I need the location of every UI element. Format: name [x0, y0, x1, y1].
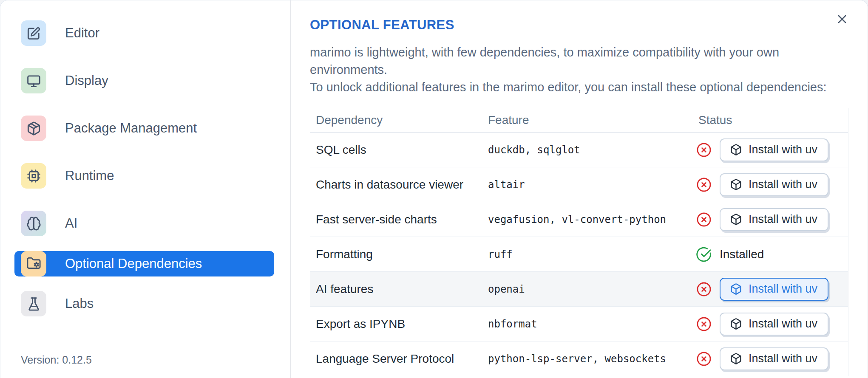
status-cell: Installed [692, 246, 848, 262]
sidebar-item-runtime[interactable]: Runtime [21, 163, 290, 189]
install-with-uv-button[interactable]: Install with uv [720, 347, 828, 370]
package-cube-icon [730, 283, 742, 295]
installed-check-icon [696, 246, 712, 262]
package-cube-icon [730, 353, 742, 365]
optional-features-panel: OPTIONAL FEATURES marimo is lightweight,… [291, 0, 868, 378]
settings-sidebar: Editor Display Package Management Runtim… [0, 0, 291, 378]
close-icon [835, 12, 849, 26]
table-row: Fast server-side charts vegafusion, vl-c… [310, 202, 848, 237]
feature-cell: duckdb, sqlglot [482, 144, 692, 156]
settings-nav: Editor Display Package Management Runtim… [21, 20, 290, 316]
column-header-feature: Feature [482, 113, 692, 127]
package-cube-icon [730, 213, 742, 226]
status-cell: Install with uv [692, 278, 848, 301]
package-cube-icon [730, 318, 742, 330]
column-header-status: Status [692, 113, 848, 127]
table-row: Export as IPYNB nbformat Install with uv [310, 307, 848, 341]
sidebar-item-editor[interactable]: Editor [21, 20, 290, 46]
dependency-cell: Language Server Protocol [310, 352, 482, 366]
close-button[interactable] [833, 10, 851, 28]
table-row: SQL cells duckdb, sqlglot Install with u… [310, 133, 848, 167]
sidebar-item-package-management[interactable]: Package Management [21, 116, 290, 141]
installed-label: Installed [720, 248, 764, 261]
flask-icon [21, 291, 46, 316]
package-box-icon [21, 116, 46, 141]
status-cell: Install with uv [692, 347, 848, 370]
sidebar-item-label: Runtime [65, 168, 114, 183]
status-cell: Install with uv [692, 313, 848, 336]
sidebar-item-labs[interactable]: Labs [21, 291, 290, 316]
sidebar-item-label: Editor [65, 25, 99, 41]
install-with-uv-button[interactable]: Install with uv [720, 278, 828, 301]
sidebar-item-label: Display [65, 73, 108, 88]
dependency-cell: Charts in datasource viewer [310, 178, 482, 192]
folder-cog-icon [21, 251, 46, 276]
page-title: OPTIONAL FEATURES [310, 17, 848, 33]
table-row: Charts in datasource viewer altair Insta… [310, 167, 848, 202]
not-installed-icon [696, 212, 712, 228]
feature-cell: ruff [482, 248, 692, 260]
install-with-uv-button[interactable]: Install with uv [720, 138, 828, 161]
package-cube-icon [730, 144, 742, 156]
monitor-icon [21, 68, 46, 93]
status-cell: Install with uv [692, 173, 848, 196]
feature-cell: openai [482, 283, 692, 295]
dependency-cell: Formatting [310, 248, 482, 261]
table-row: Language Server Protocol python-lsp-serv… [310, 341, 848, 376]
not-installed-icon [696, 281, 712, 297]
feature-cell: vegafusion, vl-convert-python [482, 214, 692, 226]
dependencies-table: Dependency Feature Status SQL cells duck… [310, 108, 848, 376]
cpu-icon [21, 163, 46, 189]
sidebar-item-label: Optional Dependencies [65, 256, 202, 271]
not-installed-icon [696, 177, 712, 193]
version-label: Version: 0.12.5 [21, 354, 92, 366]
brain-icon [21, 211, 46, 236]
sidebar-item-label: Labs [65, 296, 94, 311]
install-with-uv-button[interactable]: Install with uv [720, 208, 828, 231]
dependency-cell: AI features [310, 282, 482, 296]
sidebar-item-optional-dependencies[interactable]: Optional Dependencies [14, 251, 274, 276]
status-cell: Install with uv [692, 138, 848, 161]
table-row: AI features openai Install with uv [310, 272, 848, 307]
not-installed-icon [696, 142, 712, 158]
dependency-cell: Fast server-side charts [310, 213, 482, 226]
install-with-uv-button[interactable]: Install with uv [720, 313, 828, 336]
not-installed-icon [696, 316, 712, 332]
panel-description: marimo is lightweight, with few dependen… [310, 44, 848, 96]
feature-cell: python-lsp-server, websockets [482, 353, 692, 365]
status-cell: Install with uv [692, 208, 848, 231]
edit-pencil-square-icon [21, 20, 46, 46]
install-button-label: Install with uv [749, 178, 817, 191]
install-button-label: Install with uv [749, 282, 817, 296]
description-line-1: marimo is lightweight, with few dependen… [310, 44, 848, 79]
sidebar-item-label: Package Management [65, 121, 197, 136]
table-header-row: Dependency Feature Status [310, 108, 848, 133]
install-button-label: Install with uv [749, 143, 817, 156]
install-with-uv-button[interactable]: Install with uv [720, 173, 828, 196]
feature-cell: nbformat [482, 318, 692, 330]
install-button-label: Install with uv [749, 317, 817, 330]
install-button-label: Install with uv [749, 352, 817, 365]
sidebar-item-label: AI [65, 216, 77, 231]
install-button-label: Install with uv [749, 213, 817, 226]
column-header-dependency: Dependency [310, 113, 482, 127]
dependency-cell: Export as IPYNB [310, 317, 482, 331]
sidebar-item-ai[interactable]: AI [21, 211, 290, 236]
package-cube-icon [730, 178, 742, 191]
settings-dialog: Editor Display Package Management Runtim… [0, 0, 868, 378]
table-row: Formatting ruff Installed [310, 237, 848, 272]
not-installed-icon [696, 351, 712, 367]
feature-cell: altair [482, 179, 692, 191]
dependency-cell: SQL cells [310, 143, 482, 157]
description-line-2: To unlock additional features in the mar… [310, 79, 848, 96]
sidebar-item-display[interactable]: Display [21, 68, 290, 93]
